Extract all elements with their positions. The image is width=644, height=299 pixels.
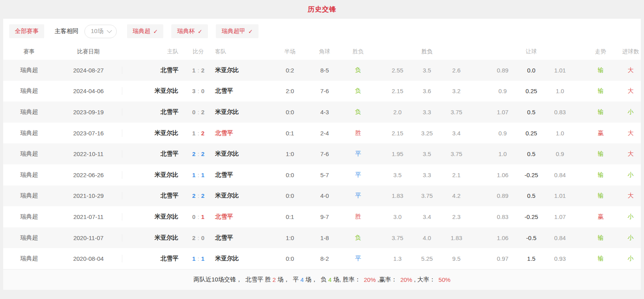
league-filter-label: 瑞典超 [133, 27, 151, 35]
row-score-away: 1 [201, 172, 204, 178]
row-score-away: 1 [201, 213, 204, 220]
match-row[interactable]: 瑞典超 2023-09-19 北雪平 0:2 米亚尔比 0:0 4-3 负 2.… [3, 102, 641, 123]
summary-segment: 场, 胜率： [332, 276, 364, 283]
row-handicap-away: 1.07 [546, 213, 574, 220]
row-away-team: 米亚尔比 [214, 108, 275, 116]
page-title: 历史交锋 [308, 5, 337, 14]
row-date: 2022-10-11 [55, 150, 122, 157]
row-odds-win: 2.15 [383, 130, 412, 137]
league-filter-label: 瑞典超甲 [221, 27, 245, 35]
match-row[interactable]: 瑞典超 2022-06-26 米亚尔比 1:1 北雪平 0:0 5-7 平 3.… [3, 164, 641, 186]
row-score-away: 2 [201, 109, 204, 115]
row-date: 2020-11-07 [55, 235, 122, 241]
row-odds-win: 3.5 [383, 172, 412, 178]
match-row[interactable]: 瑞典超 2020-11-07 米亚尔比 2:0 北雪平 1:0 1-8 负 3.… [3, 227, 641, 248]
row-trend: 赢 [581, 129, 621, 137]
header-corner: 角球 [305, 48, 344, 55]
row-corners: 7-6 [305, 150, 344, 157]
row-trend: 输 [581, 66, 621, 74]
row-score-colon: : [196, 67, 201, 74]
row-halftime: 0:0 [275, 192, 305, 199]
row-away-team: 北雪平 [214, 234, 275, 242]
row-trend: 赢 [581, 213, 621, 221]
row-score-colon: : [196, 192, 201, 199]
row-odds-win: 1.95 [383, 150, 412, 157]
match-rows: 瑞典超 2024-08-27 北雪平 1:2 米亚尔比 0:2 8-5 负 2.… [3, 60, 641, 269]
header-odds: 胜负 [412, 48, 442, 55]
row-halftime: 0:1 [275, 213, 305, 220]
row-odds-win: 1.83 [383, 192, 412, 199]
row-odds-win: 1.3 [383, 255, 412, 262]
all-events-button[interactable]: 全部赛事 [9, 24, 44, 38]
row-league: 瑞典超 [3, 108, 55, 116]
match-row[interactable]: 瑞典超 2024-08-27 北雪平 1:2 米亚尔比 0:2 8-5 负 2.… [3, 60, 641, 81]
row-result: 平 [344, 150, 372, 158]
header-date: 比赛日期 [55, 48, 122, 55]
row-odds-loss: 2.1 [442, 172, 471, 178]
match-row[interactable]: 瑞典超 2024-04-06 米亚尔比 3:0 北雪平 2:0 7-6 负 2.… [3, 81, 641, 102]
same-venue-filter[interactable]: 主客相同 [55, 27, 78, 35]
header-trend: 走势 [581, 48, 621, 55]
row-handicap-line: 0.5 [517, 109, 546, 115]
row-away-team: 北雪平 [214, 87, 275, 95]
row-odds-draw: 5.25 [412, 255, 442, 262]
chevron-down-icon [107, 28, 112, 33]
row-score-home: 2 [192, 192, 196, 199]
row-handicap-away: 0.93 [546, 255, 574, 262]
match-count-select[interactable]: 10场 [84, 25, 117, 38]
row-league: 瑞典超 [3, 171, 55, 179]
row-odds-loss: 1.83 [442, 235, 471, 241]
league-filter-button[interactable]: 瑞典杯✓ [171, 24, 208, 38]
row-halftime: 0:0 [275, 172, 305, 178]
row-score-home: 3 [192, 88, 196, 94]
row-score-home: 1 [192, 67, 196, 74]
row-goals: 大 [621, 87, 641, 95]
row-odds-loss: 3.75 [442, 150, 471, 157]
row-trend: 输 [581, 192, 621, 199]
row-odds-draw: 3.25 [412, 130, 442, 137]
row-date: 2024-04-06 [55, 88, 122, 94]
row-handicap-home: 0.9 [488, 130, 517, 137]
row-result: 负 [344, 87, 372, 95]
row-trend: 输 [581, 108, 621, 116]
title-bar: 历史交锋 [0, 0, 644, 19]
row-odds-loss: 3.2 [442, 88, 471, 94]
row-score: 1:1 [182, 172, 214, 178]
league-filter-button[interactable]: 瑞典超✓ [127, 24, 164, 38]
summary-segment: 4 [328, 276, 331, 283]
header-handicap: 让球 [517, 48, 546, 55]
row-handicap-home: 0.89 [488, 67, 517, 74]
check-icon: ✓ [248, 28, 253, 35]
row-score: 0:1 [182, 213, 214, 220]
row-home-team: 米亚尔比 [122, 171, 182, 179]
match-row[interactable]: 瑞典超 2023-07-16 米亚尔比 1:2 北雪平 0:1 2-4 胜 2.… [3, 123, 641, 144]
row-score-home: 2 [192, 235, 196, 241]
row-home-team: 米亚尔比 [122, 129, 182, 137]
row-trend: 输 [581, 234, 621, 242]
row-league: 瑞典超 [3, 234, 55, 242]
summary-segment: 2 [272, 276, 276, 283]
row-odds-draw: 4.0 [412, 235, 442, 241]
league-filter-button[interactable]: 瑞典超甲✓ [216, 24, 258, 38]
summary-segment: ,赢率： [376, 276, 401, 283]
row-result: 胜 [344, 213, 372, 221]
match-row[interactable]: 瑞典超 2020-08-04 北雪平 1:1 米亚尔比 0:0 8-2 平 1.… [3, 248, 641, 269]
row-goals: 大 [621, 66, 641, 74]
row-corners: 7-6 [305, 88, 344, 94]
row-goals: 小 [621, 171, 641, 179]
row-league: 瑞典超 [3, 66, 55, 74]
row-home-team: 米亚尔比 [122, 87, 182, 95]
row-score: 2:0 [182, 235, 214, 241]
row-score-colon: : [196, 235, 201, 241]
row-corners: 9-7 [305, 213, 344, 220]
header-home: 主队 [122, 48, 182, 55]
match-row[interactable]: 瑞典超 2021-10-29 北雪平 2:2 米亚尔比 0:0 4-0 平 1.… [3, 186, 641, 207]
match-row[interactable]: 瑞典超 2021-07-11 米亚尔比 0:1 北雪平 0:1 9-7 胜 3.… [3, 206, 641, 227]
row-corners: 4-3 [305, 109, 344, 115]
row-result: 平 [344, 255, 372, 262]
row-handicap-away: 0.83 [546, 109, 574, 115]
summary-segment: 20% [400, 276, 412, 283]
row-odds-win: 2.0 [383, 109, 412, 115]
match-row[interactable]: 瑞典超 2022-10-11 北雪平 2:2 米亚尔比 1:0 7-6 平 1.… [3, 143, 641, 164]
row-score-away: 0 [201, 88, 204, 94]
